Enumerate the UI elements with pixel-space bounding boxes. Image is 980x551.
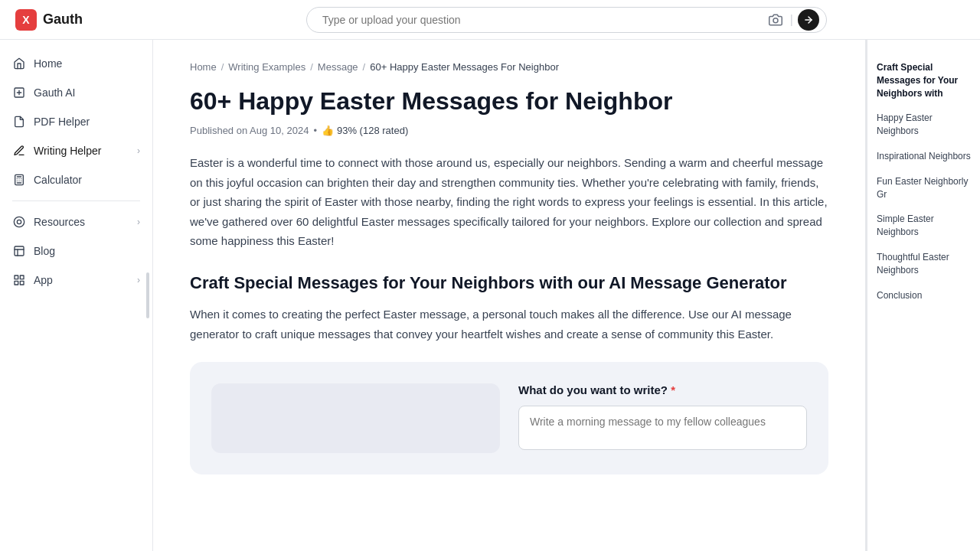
sidebar-item-gauth-ai[interactable]: Gauth AI (0, 78, 152, 107)
logo-area: X Gauth (15, 9, 168, 31)
svg-point-14 (17, 220, 21, 223)
ai-generator-card: What do you want to write? * (190, 362, 828, 474)
app-chevron-icon: › (137, 275, 140, 285)
svg-point-15 (14, 217, 24, 227)
svg-rect-20 (20, 276, 24, 279)
sidebar-item-app[interactable]: App › (0, 266, 152, 295)
writing-icon (12, 144, 26, 158)
sidebar-item-gauth-ai-label: Gauth AI (34, 86, 140, 99)
divider: | (790, 13, 793, 27)
breadcrumb-sep-3: / (363, 61, 366, 73)
writing-helper-chevron-icon: › (137, 145, 140, 156)
search-input[interactable] (306, 7, 827, 33)
published-date: Published on Aug 10, 2024 (190, 125, 309, 136)
svg-point-0 (773, 18, 778, 22)
breadcrumb-sep-1: / (221, 61, 224, 73)
calculator-icon (12, 173, 26, 187)
section1-heading: Craft Special Messages for Your Neighbor… (190, 272, 828, 295)
card-input-field[interactable] (518, 406, 807, 450)
toc-item-fun-easter[interactable]: Fun Easter Neighborly Gr (867, 169, 980, 207)
home-icon (12, 57, 26, 70)
breadcrumb: Home / Writing Examples / Message / 60+ … (190, 61, 828, 73)
article-title: 60+ Happy Easter Messages for Neighbor (190, 86, 828, 116)
breadcrumb-sep-2: / (310, 61, 313, 73)
blog-icon (12, 244, 26, 258)
search-bar: | (306, 7, 827, 33)
sidebar-item-pdf-helper-label: PDF Helper (34, 116, 140, 128)
pdf-icon (12, 115, 26, 129)
toc-item-thoughtful[interactable]: Thoughtful Easter Neighbors (867, 245, 980, 283)
svg-rect-16 (15, 246, 24, 256)
breadcrumb-message[interactable]: Message (318, 61, 358, 73)
article-intro: Easter is a wonderful time to connect wi… (190, 153, 828, 251)
toc-panel: Craft Special Messages for Your Neighbor… (865, 40, 980, 551)
logo-icon: X (15, 9, 37, 31)
top-header: X Gauth | (0, 0, 980, 40)
ai-icon (12, 86, 26, 99)
sidebar: Home Gauth AI PDF Helper Writing Helper … (0, 40, 153, 551)
resources-chevron-icon: › (137, 217, 140, 227)
sidebar-item-calculator[interactable]: Calculator (0, 165, 152, 194)
search-icon-area: | (766, 9, 819, 31)
sidebar-item-resources-label: Resources (34, 216, 129, 228)
sidebar-item-writing-helper[interactable]: Writing Helper › (0, 136, 152, 165)
sidebar-item-blog[interactable]: Blog (0, 236, 152, 266)
sidebar-item-blog-label: Blog (34, 245, 140, 257)
svg-rect-22 (20, 281, 24, 285)
app-icon (12, 273, 26, 287)
card-illustration (211, 383, 500, 453)
sidebar-item-calculator-label: Calculator (34, 174, 140, 186)
thumbs-up-icon: 👍 (322, 125, 334, 136)
sidebar-item-home-label: Home (34, 57, 140, 70)
logo-text: Gauth (43, 11, 83, 28)
toc-item-simple-easter[interactable]: Simple Easter Neighbors (867, 207, 980, 245)
content-area: Home / Writing Examples / Message / 60+ … (153, 40, 865, 551)
svg-rect-19 (15, 276, 18, 279)
toc-item-conclusion[interactable]: Conclusion (867, 283, 980, 308)
breadcrumb-current: 60+ Happy Easter Messages For Neighbor (370, 61, 559, 73)
sidebar-item-app-label: App (34, 274, 129, 286)
meta-dot: • (313, 125, 317, 136)
section1-text: When it comes to creating the perfect Ea… (190, 305, 828, 344)
nav-divider (12, 201, 140, 201)
rating-badge: 👍 93% (128 rated) (322, 125, 408, 136)
breadcrumb-home[interactable]: Home (190, 61, 217, 73)
breadcrumb-writing-examples[interactable]: Writing Examples (228, 61, 305, 73)
svg-rect-21 (15, 281, 18, 285)
sidebar-item-home[interactable]: Home (0, 49, 152, 78)
sidebar-item-pdf-helper[interactable]: PDF Helper (0, 107, 152, 136)
main-layout: Home Gauth AI PDF Helper Writing Helper … (0, 40, 980, 551)
resources-icon (12, 215, 26, 229)
toc-item-happy-easter[interactable]: Happy Easter Neighbors (867, 106, 980, 144)
svg-rect-5 (15, 174, 24, 184)
toc-item-inspirational[interactable]: Inspirational Neighbors (867, 144, 980, 169)
card-question-label: What do you want to write? * (518, 383, 807, 396)
rating-value: 93% (128 rated) (337, 125, 408, 136)
sidebar-item-resources[interactable]: Resources › (0, 207, 152, 236)
toc-item-craft-special[interactable]: Craft Special Messages for Your Neighbor… (865, 55, 980, 106)
card-form: What do you want to write? * (518, 383, 807, 453)
sidebar-item-writing-helper-label: Writing Helper (34, 145, 129, 157)
article-meta: Published on Aug 10, 2024 • 👍 93% (128 r… (190, 125, 828, 136)
scroll-indicator (146, 272, 149, 318)
required-indicator: * (671, 383, 675, 396)
submit-button[interactable] (798, 9, 819, 31)
camera-icon-button[interactable] (766, 10, 786, 30)
